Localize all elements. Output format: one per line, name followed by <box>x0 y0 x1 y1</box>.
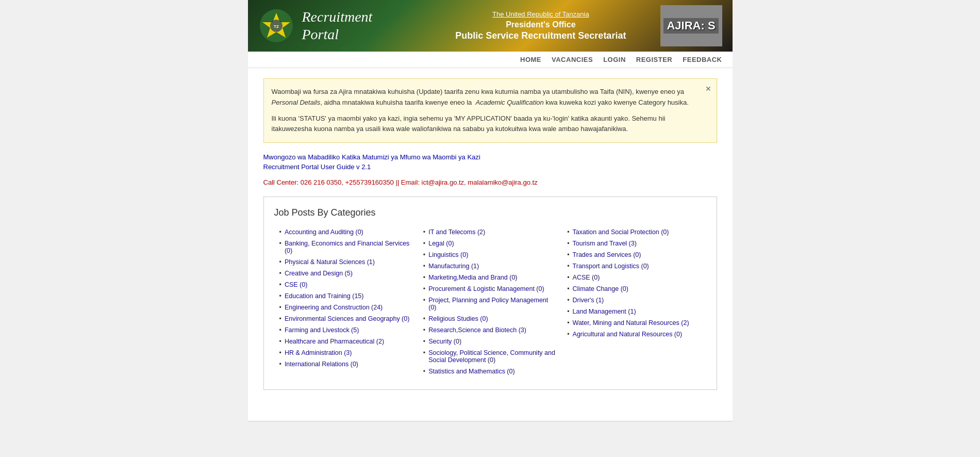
footer-divider <box>248 421 733 421</box>
svg-text:TZ: TZ <box>274 24 279 29</box>
notice-paragraph-1: Waombaji wa fursa za Ajira mnatakiwa kuh… <box>272 87 701 108</box>
category-link[interactable]: Physical & Natural Sciences (1) <box>285 258 375 266</box>
notice-box: ✕ Waombaji wa fursa za Ajira mnatakiwa k… <box>263 78 717 143</box>
category-link[interactable]: Legal (0) <box>428 240 454 247</box>
category-link[interactable]: Creative and Design (5) <box>285 270 353 277</box>
category-link[interactable]: Agricultural and Natural Resources (0) <box>573 331 683 338</box>
list-item: CSE (0) <box>279 281 413 288</box>
list-item: HR & Administration (3) <box>279 349 413 356</box>
list-item: Security (0) <box>423 338 557 345</box>
list-item: Water, Mining and Natural Resources (2) <box>567 319 701 327</box>
nav-home[interactable]: HOME <box>520 56 541 63</box>
category-link[interactable]: Climate Change (0) <box>573 285 628 292</box>
category-link[interactable]: Water, Mining and Natural Resources (2) <box>573 319 689 327</box>
list-item: Accounting and Auditing (0) <box>279 228 413 236</box>
category-link[interactable]: Research,Science and Biotech (3) <box>428 327 526 334</box>
list-item: Land Management (1) <box>567 308 701 315</box>
list-item: Driver's (1) <box>567 297 701 304</box>
list-item: Environmental Sciences and Geography (0) <box>279 315 413 322</box>
notice-close-button[interactable]: ✕ <box>705 83 711 94</box>
list-item: Creative and Design (5) <box>279 270 413 277</box>
list-item: Statistics and Mathematics (0) <box>423 368 557 375</box>
list-item: Legal (0) <box>423 240 557 247</box>
navigation-bar: HOME VACANCIES LOGIN REGISTER FEEDBACK <box>248 52 733 68</box>
list-item: Research,Science and Biotech (3) <box>423 327 557 334</box>
category-link[interactable]: IT and Telecoms (2) <box>428 228 485 236</box>
category-link[interactable]: Security (0) <box>428 338 461 345</box>
category-link[interactable]: Religious Studies (0) <box>428 315 488 322</box>
list-item: Engineering and Construction (24) <box>279 304 413 311</box>
category-link[interactable]: ACSE (0) <box>573 274 600 281</box>
list-item: Healthcare and Pharmaceutical (2) <box>279 338 413 345</box>
category-link[interactable]: Accounting and Auditing (0) <box>285 228 363 236</box>
list-item: Procurement & Logistic Management (0) <box>423 285 557 292</box>
category-link[interactable]: Marketing,Media and Brand (0) <box>428 274 517 281</box>
category-link[interactable]: Trades and Services (0) <box>573 251 641 258</box>
link-mwongozo[interactable]: Mwongozo wa Mabadiliko Katika Matumizi y… <box>263 153 717 161</box>
link-user-guide[interactable]: Recruitment Portal User Guide v 2.1 <box>263 163 717 171</box>
category-link[interactable]: Tourism and Travel (3) <box>573 240 637 247</box>
category-link[interactable]: Transport and Logistics (0) <box>573 263 649 270</box>
list-item: Agricultural and Natural Resources (0) <box>567 331 701 338</box>
header-newspaper-image: AJIRA: S <box>660 5 722 46</box>
list-item: Project, Planning and Policy Management … <box>423 297 557 311</box>
list-item: Linguistics (0) <box>423 251 557 258</box>
list-item: Trades and Services (0) <box>567 251 701 258</box>
category-col-1: Accounting and Auditing (0)Banking, Econ… <box>274 228 418 379</box>
categories-grid: Accounting and Auditing (0)Banking, Econ… <box>274 228 706 379</box>
category-link[interactable]: Farming and Livestock (5) <box>285 327 359 334</box>
list-item: Physical & Natural Sciences (1) <box>279 258 413 266</box>
list-item: IT and Telecoms (2) <box>423 228 557 236</box>
category-link[interactable]: Manufacturing (1) <box>428 263 479 270</box>
category-link[interactable]: Taxation and Social Protection (0) <box>573 228 669 236</box>
list-item: Taxation and Social Protection (0) <box>567 228 701 236</box>
category-link[interactable]: CSE (0) <box>285 281 307 288</box>
callcenter-info: Call Center: 026 216 0350, +255739160350… <box>263 178 717 186</box>
content-area: ✕ Waombaji wa fursa za Ajira mnatakiwa k… <box>248 68 733 411</box>
category-col-2: IT and Telecoms (2)Legal (0)Linguistics … <box>418 228 562 379</box>
list-item: Farming and Livestock (5) <box>279 327 413 334</box>
list-item: International Relations (0) <box>279 361 413 368</box>
category-link[interactable]: Sociology, Political Science, Community … <box>428 349 557 364</box>
category-link[interactable]: Land Management (1) <box>573 308 636 315</box>
list-item: Climate Change (0) <box>567 285 701 292</box>
nav-register[interactable]: REGISTER <box>636 56 672 63</box>
nav-vacancies[interactable]: VACANCIES <box>552 56 593 63</box>
category-link[interactable]: Project, Planning and Policy Management … <box>428 297 557 311</box>
category-link[interactable]: International Relations (0) <box>285 361 358 368</box>
list-item: Manufacturing (1) <box>423 263 557 270</box>
header-center-text: The United Republic of Tanzania Presiden… <box>421 10 660 41</box>
secretariat-line: Public Service Recruitment Secretariat <box>421 30 660 41</box>
category-link[interactable]: Banking, Economics and Financial Service… <box>285 240 413 254</box>
list-item: Education and Training (15) <box>279 292 413 300</box>
list-item: Sociology, Political Science, Community … <box>423 349 557 364</box>
nav-login[interactable]: LOGIN <box>603 56 626 63</box>
categories-section: Job Posts By Categories Accounting and A… <box>263 197 717 390</box>
office-line: President's Office <box>421 20 660 29</box>
category-link[interactable]: Linguistics (0) <box>428 251 468 258</box>
list-item: Tourism and Travel (3) <box>567 240 701 247</box>
list-item: Religious Studies (0) <box>423 315 557 322</box>
category-link[interactable]: Driver's (1) <box>573 297 604 304</box>
header-banner: TZ Recruitment Portal The United Republi… <box>248 0 733 52</box>
category-link[interactable]: Engineering and Construction (24) <box>285 304 383 311</box>
links-section: Mwongozo wa Mabadiliko Katika Matumizi y… <box>263 153 717 171</box>
category-col-3: Taxation and Social Protection (0)Touris… <box>562 228 706 379</box>
notice-paragraph-2: Ili kuona 'STATUS' ya maombi yako ya kaz… <box>272 113 701 135</box>
list-item: Banking, Economics and Financial Service… <box>279 240 413 254</box>
list-item: ACSE (0) <box>567 274 701 281</box>
categories-title: Job Posts By Categories <box>274 207 706 218</box>
category-link[interactable]: Healthcare and Pharmaceutical (2) <box>285 338 384 345</box>
category-link[interactable]: Education and Training (15) <box>285 292 364 300</box>
category-link[interactable]: Procurement & Logistic Management (0) <box>428 285 544 292</box>
portal-title: Recruitment Portal <box>302 8 422 43</box>
category-link[interactable]: Statistics and Mathematics (0) <box>428 368 514 375</box>
coat-of-arms: TZ <box>258 8 294 44</box>
list-item: Transport and Logistics (0) <box>567 263 701 270</box>
list-item: Marketing,Media and Brand (0) <box>423 274 557 281</box>
category-link[interactable]: HR & Administration (3) <box>285 349 352 356</box>
category-link[interactable]: Environmental Sciences and Geography (0) <box>285 315 410 322</box>
republic-line: The United Republic of Tanzania <box>421 10 660 18</box>
nav-feedback[interactable]: FEEDBACK <box>683 56 722 63</box>
